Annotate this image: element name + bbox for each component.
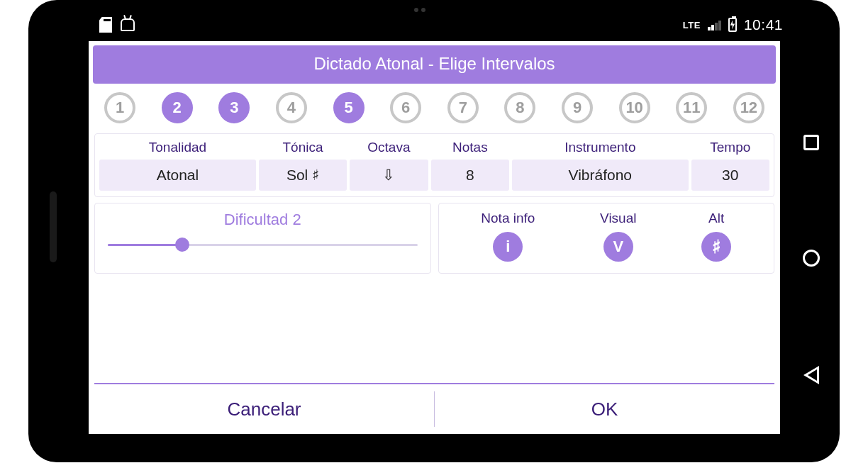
octava-field[interactable]: ⇩ <box>350 160 428 191</box>
android-debug-icon <box>121 18 135 31</box>
visual-label: Visual <box>600 211 636 226</box>
interval-4[interactable]: 4 <box>276 92 307 123</box>
nota-info-button[interactable]: i <box>493 232 523 262</box>
alt-label: Alt <box>708 211 724 226</box>
nav-home-icon[interactable] <box>803 250 820 267</box>
tempo-field[interactable]: 30 <box>691 160 769 191</box>
status-clock: 10:41 <box>744 16 783 33</box>
interval-12[interactable]: 12 <box>733 92 764 123</box>
toggles-panel: Nota info i Visual V Alt ♯ <box>438 203 775 274</box>
difficulty-panel: Dificultad 2 <box>94 203 431 274</box>
interval-2[interactable]: 2 <box>162 92 193 123</box>
nav-back-icon[interactable] <box>803 366 819 384</box>
interval-11[interactable]: 11 <box>676 92 707 123</box>
system-nav-bar <box>793 85 830 434</box>
settings-row: Tonalidad Atonal Tónica Sol ♯ Octava ⇩ N… <box>94 133 774 197</box>
dialog-title: Dictado Atonal - Elige Intervalos <box>93 45 776 84</box>
tonica-field[interactable]: Sol ♯ <box>259 160 347 191</box>
interval-5[interactable]: 5 <box>333 92 365 123</box>
sdcard-icon <box>99 17 112 33</box>
ok-button[interactable]: OK <box>435 384 774 434</box>
interval-picker: 123456789101112 <box>89 84 780 130</box>
interval-3[interactable]: 3 <box>218 92 250 123</box>
interval-6[interactable]: 6 <box>390 92 421 123</box>
alt-button[interactable]: ♯ <box>701 232 731 262</box>
interval-7[interactable]: 7 <box>447 92 479 123</box>
interval-1[interactable]: 1 <box>104 92 135 123</box>
cancel-button[interactable]: Cancelar <box>94 384 434 434</box>
nav-overview-icon[interactable] <box>803 135 819 150</box>
octava-label: Octava <box>367 140 410 155</box>
nota-info-label: Nota info <box>481 211 535 226</box>
status-bar: LTE 10:41 <box>57 14 790 35</box>
signal-icon <box>708 19 721 30</box>
instrumento-label: Instrumento <box>564 140 635 155</box>
notas-label: Notas <box>452 140 488 155</box>
tonalidad-label: Tonalidad <box>149 140 206 155</box>
interval-10[interactable]: 10 <box>619 92 650 123</box>
network-lte-label: LTE <box>683 20 701 30</box>
interval-8[interactable]: 8 <box>504 92 535 123</box>
notas-field[interactable]: 8 <box>431 160 509 191</box>
visual-button[interactable]: V <box>603 232 633 262</box>
tonica-label: Tónica <box>283 140 323 155</box>
battery-charging-icon <box>728 18 737 32</box>
difficulty-slider[interactable] <box>108 236 418 253</box>
dialog-button-bar: Cancelar OK <box>94 383 774 434</box>
tempo-label: Tempo <box>710 140 750 155</box>
instrumento-field[interactable]: Vibráfono <box>512 160 689 191</box>
interval-9[interactable]: 9 <box>562 92 593 123</box>
tonalidad-field[interactable]: Atonal <box>99 160 256 191</box>
difficulty-label: Dificultad 2 <box>105 211 421 229</box>
